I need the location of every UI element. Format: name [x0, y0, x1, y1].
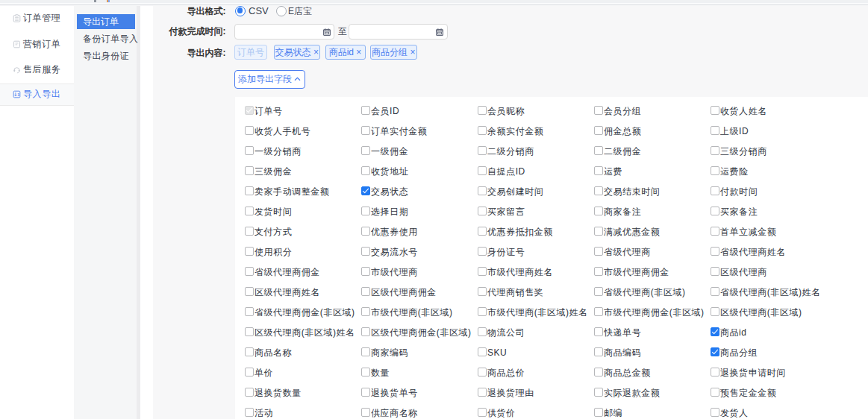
svg-text:1: 1 — [17, 92, 19, 96]
